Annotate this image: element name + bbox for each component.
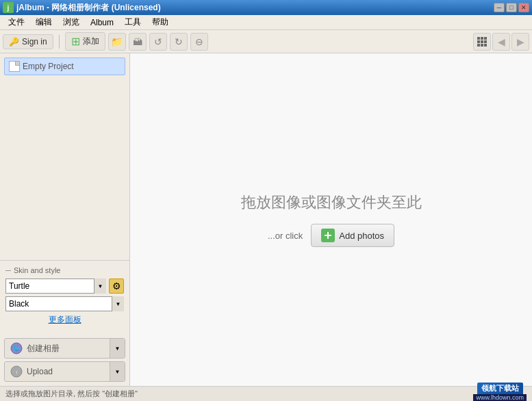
add-photos-label: Add photos <box>339 231 384 241</box>
skin-settings-button[interactable]: ⚙ <box>109 279 124 294</box>
app-icon: j <box>3 2 14 13</box>
left-panel: Empty Project Skin and style Turtle ▼ ⚙ <box>0 53 130 386</box>
skin-select-wrapper[interactable]: Turtle ▼ <box>5 279 106 294</box>
add-icon: ⊞ <box>71 35 80 48</box>
svg-text:🐦: 🐦 <box>12 344 21 353</box>
circle-button[interactable]: ⊖ <box>190 33 208 51</box>
content-area: 拖放图像或图像文件夹至此 ...or click Add photos <box>130 53 532 386</box>
add-button[interactable]: ⊞ 添加 <box>65 32 105 51</box>
next-button[interactable]: ▶ <box>511 33 529 51</box>
skin-select[interactable]: Turtle <box>5 279 106 294</box>
color-select-wrapper[interactable]: Black ▼ <box>5 296 124 311</box>
create-album-button[interactable]: 🐦 创建相册 ▼ <box>4 338 125 359</box>
create-album-label: 创建相册 <box>27 343 60 354</box>
skin-section-title: Skin and style <box>5 266 124 274</box>
project-tree: Empty Project <box>0 53 129 260</box>
menu-help[interactable]: 帮助 <box>147 15 174 29</box>
prev-button[interactable]: ◀ <box>492 33 510 51</box>
color-select-row: Black ▼ <box>5 296 124 311</box>
upload-button[interactable]: ↑ Upload ▼ <box>4 361 125 382</box>
color-select[interactable]: Black <box>5 296 124 311</box>
bottom-buttons: 🐦 创建相册 ▼ ↑ Upload ▼ <box>0 334 129 386</box>
project-label: Empty Project <box>23 62 74 71</box>
sign-in-label: Sign in <box>22 37 47 47</box>
svg-rect-6 <box>327 232 329 239</box>
skin-section: Skin and style Turtle ▼ ⚙ Black ▼ <box>0 260 129 334</box>
menu-album[interactable]: Album <box>85 16 119 29</box>
drag-drop-text: 拖放图像或图像文件夹至此 <box>241 192 422 213</box>
logo-title: 领航下载站 <box>477 383 523 394</box>
logo-url: www.lhdown.com <box>473 394 527 401</box>
add-label: 添加 <box>83 36 99 47</box>
minimize-button[interactable]: ─ <box>494 3 505 12</box>
toolbar: 🔑 Sign in ⊞ 添加 📁 🏔 ↺ ↻ ⊖ ◀ ▶ <box>0 30 532 53</box>
project-item[interactable]: Empty Project <box>4 57 125 75</box>
upload-arrow[interactable]: ▼ <box>110 362 125 381</box>
or-click-text: ...or click <box>268 231 303 241</box>
status-message: 选择或拖放图片目录, 然后按 "创建相册" <box>5 389 138 399</box>
or-click-row: ...or click Add photos <box>268 224 394 247</box>
create-album-icon: 🐦 <box>10 342 23 354</box>
sign-in-icon: 🔑 <box>9 37 19 47</box>
menu-file[interactable]: 文件 <box>3 15 30 29</box>
maximize-button[interactable]: □ <box>506 3 517 12</box>
status-logo: 领航下载站 www.lhdown.com <box>473 383 527 401</box>
status-bar: 选择或拖放图片目录, 然后按 "创建相册" 领航下载站 www.lhdown.c… <box>0 386 532 401</box>
window-title: jAlbum - 网络相册制作者 (Unlicensed) <box>16 2 161 14</box>
main-area: Empty Project Skin and style Turtle ▼ ⚙ <box>0 53 532 386</box>
upload-main: ↑ Upload <box>5 365 110 378</box>
menu-tools[interactable]: 工具 <box>119 15 147 29</box>
window-controls[interactable]: ─ □ ✕ <box>494 3 529 12</box>
create-album-arrow[interactable]: ▼ <box>110 339 125 358</box>
upload-label: Upload <box>27 367 53 376</box>
upload-icon: ↑ <box>10 365 23 378</box>
add-photos-icon <box>321 229 335 242</box>
toolbar-separator-1 <box>59 35 60 49</box>
sign-in-button[interactable]: 🔑 Sign in <box>3 34 53 49</box>
project-file-icon <box>9 61 20 72</box>
menu-edit[interactable]: 编辑 <box>30 15 58 29</box>
grid-view-button[interactable] <box>473 33 491 51</box>
rotate-left-button[interactable]: ↺ <box>149 33 167 51</box>
folder-icon-button[interactable]: 📁 <box>108 33 126 51</box>
rotate-right-button[interactable]: ↻ <box>170 33 188 51</box>
close-button[interactable]: ✕ <box>518 3 529 12</box>
skin-select-row: Turtle ▼ ⚙ <box>5 279 124 294</box>
image-icon-button[interactable]: 🏔 <box>129 33 147 51</box>
more-panels-link[interactable]: 更多面板 <box>5 314 124 326</box>
menu-browse[interactable]: 浏览 <box>58 15 85 29</box>
add-photos-button[interactable]: Add photos <box>311 224 394 247</box>
menu-bar: 文件 编辑 浏览 Album 工具 帮助 <box>0 15 532 30</box>
svg-text:↑: ↑ <box>15 370 18 376</box>
view-buttons: ◀ ▶ <box>473 33 529 51</box>
create-album-main: 🐦 创建相册 <box>5 342 110 354</box>
title-bar: j jAlbum - 网络相册制作者 (Unlicensed) ─ □ ✕ <box>0 0 532 15</box>
